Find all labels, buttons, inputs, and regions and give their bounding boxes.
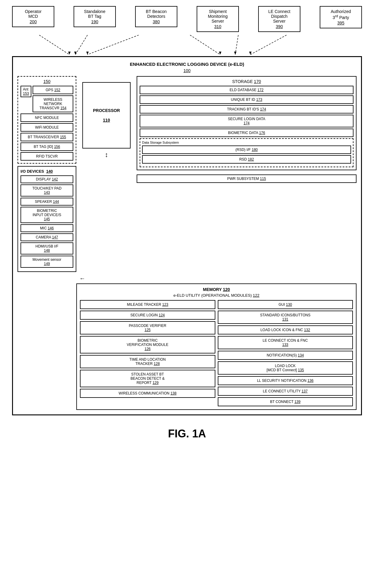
- tracking-bt-ids-box: TRACKING BT ID'S 174: [140, 105, 353, 113]
- memory-right-column: GUI 130 STANDARD ICONS/BUTTONS131 LOAD L…: [218, 300, 353, 406]
- notifications-box: NOTIFICATION(S) 134: [218, 351, 353, 360]
- operator-mcd-label: OperatorMCD: [25, 9, 41, 19]
- ext-box-standalone-bt-tag: StandaloneBT Tag 190: [74, 6, 116, 27]
- eld-left-column: 150 Ant 153 GPS 152 WIRELESSNETWOR: [17, 76, 76, 272]
- display-box: DISPLAY 142: [21, 175, 73, 183]
- eld-right-column: STORAGE 170 ELD DATABASE 172 UNIQUE BT I…: [137, 76, 357, 183]
- rsd-box: RSD 182: [142, 155, 351, 164]
- shipment-monitoring-num: 310: [201, 24, 235, 29]
- le-connect-dispatch-num: 390: [262, 24, 296, 29]
- le-connect-icon-box: LE CONNECT ICON & FNC133: [218, 336, 353, 349]
- svg-marker-6: [68, 52, 71, 55]
- authorized-3rd-party-num: 395: [324, 21, 358, 25]
- biometric-verification-box: BIOMETRICVERIFICATION MODULE126: [80, 336, 215, 353]
- diagram-container: OperatorMCD 200 StandaloneBT Tag 190 BT …: [0, 0, 374, 458]
- io-devices-box: I/O DEVICES 140 DISPLAY 142 TOUCH/KEY PA…: [17, 166, 76, 272]
- main-eld-box: ENHANCED ELECTRONIC LOGGING DEVICE (e-EL…: [12, 56, 362, 415]
- touch-keypad-box: TOUCH/KEY PAD143: [21, 184, 73, 197]
- ext-box-authorized-3rd-party: Authorized3rd Party 395: [320, 6, 362, 28]
- mic-box: MIC 146: [21, 224, 73, 232]
- bt-connect-box: BT CONNECT 139: [218, 397, 353, 406]
- biometric-input-box: BIOMETRICINPUT DEVICE/S145: [21, 207, 73, 223]
- hdmi-usb-box: HDMI/USB I/F148: [21, 242, 73, 254]
- ext-box-operator-mcd: OperatorMCD 200: [12, 6, 54, 27]
- memory-inner: MILEAGE TRACKER 123 SECURE LOGIN 124 PAS…: [80, 300, 353, 406]
- load-lock-mcd-box: LOAD LOCK[MCD BT Connect] 135: [218, 361, 353, 375]
- mileage-tracker-box: MILEAGE TRACKER 123: [80, 300, 215, 309]
- le-connect-dispatch-label: LE ConnectDispatchServer: [268, 9, 290, 24]
- processor-label: PROCESSOR: [93, 108, 120, 113]
- memory-box: MEMORY 120 e-ELD UTILITY (OPERATIONAL MO…: [76, 283, 357, 410]
- bt-beacon-detectors-num: 380: [139, 19, 173, 24]
- speaker-box: SPEAKER 144: [21, 198, 73, 206]
- svg-line-5: [250, 35, 287, 55]
- svg-marker-9: [219, 52, 221, 55]
- authorized-3rd-party-label: Authorized3rd Party: [331, 9, 351, 20]
- load-lock-icon-box: LOAD LOCK ICON & FNC 132: [218, 325, 353, 334]
- svg-marker-8: [86, 52, 89, 55]
- storage-title: STORAGE 170: [140, 79, 353, 84]
- camera-box: CAMERA 147: [21, 233, 73, 241]
- pwr-subsystem-box: PWR SUBSYSTEM 115: [137, 174, 357, 183]
- ant-label: Ant 153: [21, 86, 31, 97]
- svg-line-3: [190, 35, 220, 55]
- standalone-bt-tag-label: StandaloneBT Tag: [84, 9, 106, 19]
- bt-transceiver-box: BT TRANSCEIVER 155: [21, 133, 73, 141]
- svg-line-0: [39, 35, 69, 55]
- ant-block: Ant 153 GPS 152 WIRELESSNETWORKTRANSCVR …: [21, 86, 73, 112]
- eld-title: ENHANCED ELECTRONIC LOGGING DEVICE (e-EL…: [17, 62, 357, 67]
- processor-num: 110: [103, 118, 110, 123]
- eld-database-box: ELD DATABASE 172: [140, 86, 353, 94]
- memory-title: MEMORY 120: [80, 287, 353, 292]
- bt-tag-box: BT TAG [ID] 156: [21, 142, 73, 151]
- processor-box: PROCESSOR 110: [82, 82, 131, 149]
- module-150: 150 Ant 153 GPS 152 WIRELESSNETWOR: [17, 76, 76, 164]
- rfid-tscvr-box: RFID TSCVR: [21, 152, 73, 161]
- unique-bt-id-box: UNIQUE BT ID 173: [140, 95, 353, 104]
- gui-box: GUI 130: [218, 300, 353, 309]
- eld-inner: 150 Ant 153 GPS 152 WIRELESSNETWOR: [17, 76, 357, 272]
- bt-beacon-detectors-label: BT BeaconDetectors: [146, 9, 166, 19]
- memory-section: ← MEMORY 120 e-ELD UTILITY (OPERATIONAL …: [17, 275, 357, 410]
- ll-security-notification-box: LL SECURITY NOTIFICATION 136: [218, 376, 353, 385]
- eld-num: 100: [17, 68, 357, 73]
- stolen-asset-box: STOLEN ASSET BTBEACON DETECT &REPORT 129: [80, 370, 215, 387]
- fig-caption: FIG. 1A: [9, 427, 365, 452]
- top-boxes: OperatorMCD 200 StandaloneBT Tag 190 BT …: [9, 6, 365, 32]
- module-150-title: 150: [21, 79, 73, 84]
- eld-center-column: PROCESSOR 110 ↕: [79, 76, 134, 159]
- passcode-verifier-box: PASSCODE VERIFIER125: [80, 321, 215, 334]
- memory-subtitle: e-ELD UTILITY (OPERATIONAL MODULES) 122: [80, 293, 353, 298]
- standard-icons-buttons-box: STANDARD ICONS/BUTTONS131: [218, 311, 353, 324]
- movement-sensor-box: Movement sensor149: [21, 256, 73, 268]
- standalone-bt-tag-num: 190: [78, 19, 112, 24]
- wireless-network-box: WIRELESSNETWORKTRANSCVR 154: [33, 95, 73, 112]
- storage-box: STORAGE 170 ELD DATABASE 172 UNIQUE BT I…: [137, 76, 357, 170]
- secure-login-box: SECURE LOGIN 124: [80, 311, 215, 320]
- svg-line-1: [75, 35, 87, 55]
- le-connect-utility-box: LE CONNECT UTILITY 137: [218, 387, 353, 396]
- dss-title: Data Storage Subsystem: [142, 141, 351, 144]
- rsd-if-box: (RSD) I/F 180: [142, 145, 351, 154]
- svg-marker-10: [234, 52, 236, 55]
- memory-left-column: MILEAGE TRACKER 123 SECURE LOGIN 124 PAS…: [80, 300, 215, 406]
- wifi-module-box: WiFi MODULE: [21, 123, 73, 132]
- io-arrow: ←: [76, 275, 357, 282]
- biometric-data-box: BIOMETRIC DATA 176: [140, 129, 353, 137]
- time-location-tracker-box: TIME AND LOCATIONTRACKER 128: [80, 355, 215, 368]
- ext-box-bt-beacon-detectors: BT BeaconDetectors 380: [135, 6, 177, 27]
- io-devices-title: I/O DEVICES 140: [21, 169, 73, 174]
- gps-box: GPS 152: [33, 86, 73, 94]
- ant-items: GPS 152 WIRELESSNETWORKTRANSCVR 154: [33, 86, 73, 112]
- nfc-module-box: NFC MODULE: [21, 113, 73, 122]
- dashed-connections-svg: [9, 35, 371, 56]
- secure-login-data-box: SECURE LOGIN DATA174: [140, 115, 353, 127]
- data-storage-subsystem: Data Storage Subsystem (RSD) I/F 180 RSD…: [140, 138, 353, 167]
- processor-memory-arrows: ↕: [105, 151, 108, 159]
- svg-line-2: [87, 35, 139, 55]
- operator-mcd-num: 200: [16, 19, 50, 24]
- ext-box-shipment-monitoring: ShipmentMonitoringServer 310: [197, 6, 239, 32]
- shipment-monitoring-label: ShipmentMonitoringServer: [208, 9, 227, 24]
- wireless-communication-box: WIRELESS COMMUNICATION 138: [80, 389, 215, 398]
- ext-box-le-connect-dispatch: LE ConnectDispatchServer 390: [258, 6, 300, 32]
